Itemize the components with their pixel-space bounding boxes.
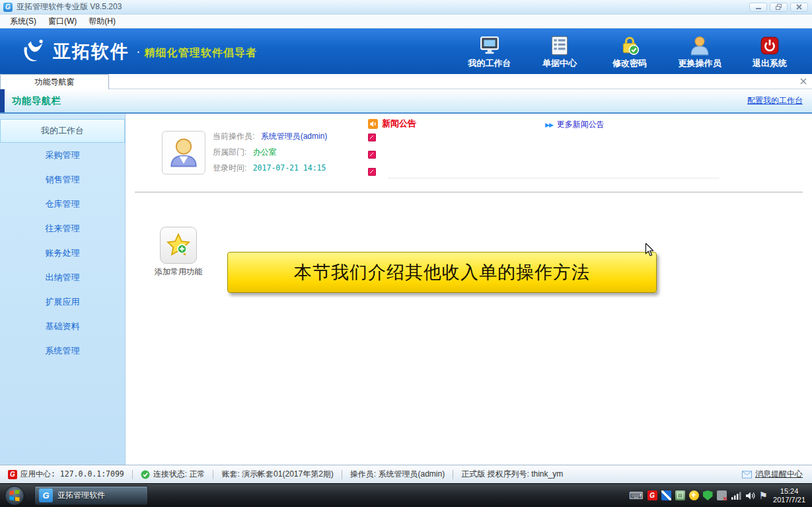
check-circle-icon <box>141 470 150 479</box>
sidebar-item-contacts[interactable]: 往来管理 <box>0 216 125 241</box>
news-bullet-icon[interactable] <box>368 134 376 141</box>
news-bullet-icon[interactable] <box>368 168 376 176</box>
toolbar-change-password[interactable]: 修改密码 <box>605 34 655 69</box>
envelope-icon <box>742 471 752 479</box>
tab-close-icon <box>800 78 807 85</box>
app-center-status: G 应用中心: 127.0.0.1:7099 <box>0 469 132 479</box>
content-area: 我的工作台 采购管理 销售管理 仓库管理 往来管理 账务处理 出纳管理 扩展应用… <box>0 114 812 465</box>
lesson-banner-text: 本节我们介绍其他收入单的操作方法 <box>294 260 590 284</box>
toolbar-document-center[interactable]: 单据中心 <box>535 34 585 69</box>
toolbar-exit-system[interactable]: 退出系统 <box>745 34 795 69</box>
clock-date: 2017/7/21 <box>773 496 805 504</box>
news-title: 新闻公告 <box>382 118 416 130</box>
sidebar-item-accounting[interactable]: 账务处理 <box>0 241 125 265</box>
connection-status: 连接状态: 正常 <box>133 469 213 480</box>
sidebar-item-extensions[interactable]: 扩展应用 <box>0 290 125 314</box>
yatuo-tray-icon[interactable]: G <box>647 490 657 500</box>
restore-icon <box>775 3 783 11</box>
yatuo-small-icon: G <box>8 470 17 479</box>
tool-icon[interactable] <box>661 490 671 500</box>
close-button[interactable] <box>790 3 808 12</box>
minimize-icon <box>755 4 762 11</box>
plus-circle-icon[interactable]: + <box>689 490 699 500</box>
sidebar-item-system[interactable]: 系统管理 <box>0 338 125 363</box>
mouse-cursor <box>644 243 655 256</box>
operator-value: 系统管理员(admin) <box>261 132 328 141</box>
account-set-status: 账套: 演示帐套01(2017年第2期) <box>213 469 341 480</box>
login-time-label: 登录时间: <box>213 163 246 173</box>
avatar <box>162 131 205 175</box>
shield-icon[interactable] <box>703 490 713 500</box>
login-time-value: 2017-07-21 14:15 <box>253 163 326 173</box>
menu-bar: 系统(S) 窗口(W) 帮助(H) <box>0 15 812 28</box>
add-common-function-button[interactable] <box>160 227 197 264</box>
sidebar-item-warehouse[interactable]: 仓库管理 <box>0 192 125 216</box>
system-tray: ⌨ G + ⚑ <box>629 490 768 501</box>
add-common-function-label: 添加常用功能 <box>147 266 210 278</box>
flag-icon[interactable]: ⚑ <box>759 490 768 501</box>
menu-system[interactable]: 系统(S) <box>4 16 42 27</box>
more-news-link[interactable]: ▶▶ 更多新闻公告 <box>545 119 605 130</box>
menu-help[interactable]: 帮助(H) <box>83 16 122 27</box>
sidebar-item-purchase[interactable]: 采购管理 <box>0 143 125 167</box>
brand-separator: · <box>136 44 141 59</box>
department-value: 办公室 <box>253 147 277 157</box>
banner-toolbar: 我的工作台 单据中心 修改密码 更换操作员 <box>464 34 795 69</box>
nav-accent-bar <box>0 89 5 112</box>
sidebar-item-cashier[interactable]: 出纳管理 <box>0 265 125 290</box>
nav-header: 功能导航栏 配置我的工作台 <box>0 89 812 114</box>
brand-name: 亚拓软件 <box>53 40 129 63</box>
signal-icon[interactable] <box>731 491 741 500</box>
application-window: G 亚拓管理软件专业版 V8.5.203 系统(S) 窗口(W) 帮助(H) <box>0 0 812 507</box>
taskbar-app-yatuo[interactable]: G 亚拓管理软件 <box>34 486 148 505</box>
restore-button[interactable] <box>770 3 788 12</box>
document-list-icon <box>550 34 570 56</box>
lock-icon <box>619 34 640 56</box>
title-bar: G 亚拓管理软件专业版 V8.5.203 <box>0 0 812 15</box>
configure-workbench-link[interactable]: 配置我的工作台 <box>747 95 803 106</box>
tab-bar: 功能导航窗 <box>0 74 812 89</box>
package-icon[interactable] <box>675 490 685 500</box>
tab-function-navigator[interactable]: 功能导航窗 <box>0 74 109 89</box>
lesson-banner: 本节我们介绍其他收入单的操作方法 <box>227 252 657 293</box>
sidebar-item-sales[interactable]: 销售管理 <box>0 167 125 192</box>
license-status: 正式版 授权序列号: think_ym <box>453 469 571 480</box>
toolbar-switch-operator[interactable]: 更换操作员 <box>675 34 725 69</box>
star-plus-icon <box>165 232 192 258</box>
user-icon <box>689 34 710 56</box>
taskbar-clock[interactable]: 15:24 2017/7/21 <box>773 487 805 504</box>
brand-block: 亚拓软件 · 精细化管理软件倡导者 <box>18 37 257 66</box>
nav-title: 功能导航栏 <box>12 95 61 107</box>
sidebar-item-base-data[interactable]: 基础资料 <box>0 314 125 338</box>
main-panel: 当前操作员: 系统管理员(admin) 所属部门: 办公室 登录时间: 2017… <box>126 114 812 465</box>
department-label: 所属部门: <box>213 147 246 157</box>
clock-time: 15:24 <box>773 487 805 496</box>
minimize-button[interactable] <box>749 3 767 12</box>
user-avatar-icon <box>165 134 202 171</box>
sidebar-nav: 我的工作台 采购管理 销售管理 仓库管理 往来管理 账务处理 出纳管理 扩展应用… <box>0 114 126 465</box>
message-center-link[interactable]: 消息提醒中心 <box>742 469 812 480</box>
news-dotted-divider <box>388 178 719 178</box>
start-button[interactable] <box>4 485 25 506</box>
windows-taskbar: G 亚拓管理软件 ⌨ G + ⚑ 15:24 2017/ <box>0 483 812 507</box>
monitor-icon <box>479 34 500 56</box>
app-logo-icon: G <box>3 3 13 12</box>
volume-icon[interactable] <box>745 491 755 500</box>
news-bullet-icon[interactable] <box>368 151 376 159</box>
printer-error-icon[interactable] <box>717 490 727 500</box>
news-section-header: 新闻公告 <box>368 118 416 130</box>
power-icon <box>759 34 780 56</box>
double-arrow-icon: ▶▶ <box>545 122 553 128</box>
toolbar-my-workbench[interactable]: 我的工作台 <box>464 34 515 69</box>
close-icon <box>795 3 803 11</box>
sidebar-item-my-workbench[interactable]: 我的工作台 <box>0 119 125 143</box>
brand-slogan: 精细化管理软件倡导者 <box>145 46 257 60</box>
section-divider <box>135 192 803 193</box>
brand-banner: 亚拓软件 · 精细化管理软件倡导者 我的工作台 单据中心 修改密 <box>0 28 812 74</box>
speaker-icon <box>368 119 378 129</box>
window-title: 亚拓管理软件专业版 V8.5.203 <box>17 1 122 13</box>
menu-window[interactable]: 窗口(W) <box>42 16 83 27</box>
tab-close-button[interactable] <box>799 77 808 86</box>
keyboard-icon[interactable]: ⌨ <box>629 490 644 501</box>
yatuo-taskbar-icon: G <box>39 488 53 502</box>
